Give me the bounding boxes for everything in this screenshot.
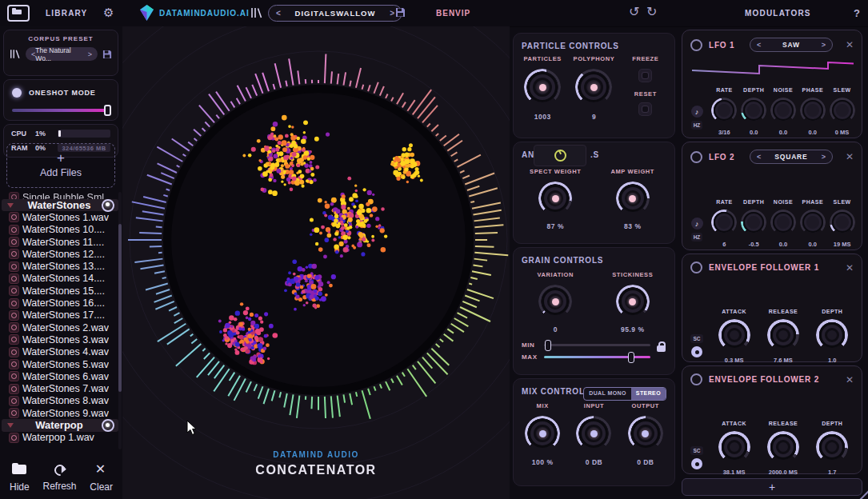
list-item[interactable]: Waterpop 1.wav	[2, 432, 118, 444]
list-item[interactable]: WaterStones 3.wav	[2, 333, 118, 345]
tempo-sync-button[interactable]: ♪	[691, 218, 703, 230]
ef1-attack-knob[interactable]	[718, 319, 750, 351]
list-item[interactable]: Waterpop	[2, 419, 118, 431]
wave-prev-icon[interactable]: <	[757, 41, 761, 49]
group-radio[interactable]	[102, 419, 114, 432]
oneshot-toggle[interactable]	[12, 88, 22, 98]
scrollbar-thumb[interactable]	[118, 224, 122, 392]
list-item[interactable]: WaterStones 12....	[2, 248, 118, 260]
list-item[interactable]: WaterStones 15....	[2, 285, 118, 297]
help-button[interactable]: ?	[854, 7, 860, 19]
undo-icon[interactable]: ↺	[629, 4, 639, 19]
list-item[interactable]: WaterStones 16....	[2, 297, 118, 309]
input-knob[interactable]	[576, 416, 611, 451]
freeze-button[interactable]	[638, 69, 652, 82]
mode-dual-mono[interactable]: DUAL MONO	[584, 388, 631, 400]
preset-next-icon[interactable]: >	[390, 9, 394, 18]
wave-next-icon[interactable]: >	[822, 41, 826, 49]
lfo1-enable-toggle[interactable]	[690, 39, 702, 51]
tempo-sync-button[interactable]: ♪	[691, 106, 703, 118]
collapse-arrow-icon[interactable]	[7, 423, 14, 428]
list-item[interactable]: WaterStones 8.wav	[2, 395, 118, 407]
corpus-library-icon[interactable]	[10, 49, 21, 59]
reset-button[interactable]	[638, 102, 652, 116]
oneshot-slider[interactable]	[12, 109, 110, 112]
list-item[interactable]: WaterStones 14....	[2, 273, 118, 285]
input-source-button[interactable]	[691, 346, 702, 357]
add-files-button[interactable]: + Add Files	[6, 143, 115, 188]
mix-knob[interactable]	[525, 416, 560, 451]
particles-knob[interactable]	[524, 69, 561, 106]
file-list[interactable]: Single Bubble Sml... WaterStones WaterSt…	[2, 192, 118, 449]
min-slider[interactable]	[544, 344, 650, 346]
lfo2-enable-toggle[interactable]	[690, 151, 702, 163]
mode-stereo[interactable]: STEREO	[631, 388, 666, 400]
wave-next-icon[interactable]: >	[822, 153, 826, 161]
polyphony-knob[interactable]	[575, 69, 612, 106]
ef2-attack-knob[interactable]	[718, 431, 750, 463]
lock-icon[interactable]	[657, 345, 666, 352]
footer-button[interactable]: Hide	[10, 456, 30, 499]
max-slider-handle[interactable]	[628, 352, 634, 363]
lfo1-noise-knob[interactable]	[770, 98, 796, 123]
list-item[interactable]: WaterStones 5.wav	[2, 358, 118, 370]
ef1-release-knob[interactable]	[767, 319, 799, 351]
group-radio[interactable]	[102, 199, 114, 212]
browser-toggle-button[interactable]	[7, 5, 30, 22]
list-item[interactable]: WaterStones	[2, 199, 118, 211]
sidechain-button[interactable]: SC	[690, 446, 702, 455]
ef1-depth-knob[interactable]	[816, 319, 848, 351]
variation-knob[interactable]	[538, 285, 572, 318]
ef1-close-icon[interactable]: ✕	[846, 262, 854, 273]
lfo1-depth-knob[interactable]	[741, 98, 766, 123]
list-item[interactable]: WaterStones 2.wav	[2, 321, 118, 333]
input-source-button[interactable]	[691, 458, 702, 469]
ef2-enable-toggle[interactable]	[690, 373, 702, 385]
list-item[interactable]: WaterStones 7.wav	[2, 382, 118, 394]
corpus-preset-selector[interactable]: < The Natural Wo... >	[26, 47, 98, 61]
list-item[interactable]: WaterStones 6.wav	[2, 370, 118, 382]
amp-weight-knob[interactable]	[616, 182, 650, 215]
list-item[interactable]: WaterStones 13....	[2, 260, 118, 272]
ef2-close-icon[interactable]: ✕	[846, 374, 854, 385]
lfo1-close-icon[interactable]: ✕	[846, 39, 854, 50]
stereo-mode-toggle[interactable]: DUAL MONO STEREO	[583, 387, 666, 401]
hz-mode-button[interactable]: HZ	[691, 233, 703, 242]
lfo2-slew-knob[interactable]	[830, 210, 855, 235]
corpus-visualization[interactable]	[122, 26, 510, 499]
list-item[interactable]: WaterStones 11....	[2, 236, 118, 248]
list-item[interactable]: WaterStones 4.wav	[2, 346, 118, 358]
min-slider-handle[interactable]	[545, 340, 551, 351]
settings-gear-icon[interactable]: ⚙	[103, 6, 114, 18]
save-preset-icon[interactable]	[395, 7, 406, 18]
file-list-scrollbar[interactable]	[118, 192, 122, 449]
lfo1-phase-knob[interactable]	[800, 98, 826, 123]
lfo2-noise-knob[interactable]	[770, 210, 796, 235]
output-knob[interactable]	[628, 416, 663, 451]
ef1-enable-toggle[interactable]	[690, 261, 702, 273]
wave-prev-icon[interactable]: <	[757, 153, 761, 161]
lfo2-rate-knob[interactable]	[711, 210, 737, 235]
lfo2-phase-knob[interactable]	[800, 210, 826, 235]
ef2-release-knob[interactable]	[767, 431, 799, 463]
list-item[interactable]: WaterStones 1.wav	[2, 211, 118, 223]
user-badge[interactable]: BENVIP	[436, 9, 470, 18]
max-slider[interactable]	[544, 356, 650, 358]
preset-library-icon[interactable]	[250, 7, 263, 18]
oneshot-slider-handle[interactable]	[104, 105, 111, 116]
lfo2-wave-selector[interactable]: < SQUARE >	[750, 150, 833, 164]
modulators-button[interactable]: MODULATORS	[745, 9, 811, 18]
spect-weight-knob[interactable]	[538, 182, 572, 215]
corpus-save-icon[interactable]	[102, 50, 112, 59]
preset-selector[interactable]: < DIGITALSWALLOW >	[268, 5, 402, 22]
ef2-depth-knob[interactable]	[816, 431, 848, 463]
lfo1-wave-selector[interactable]: < SAW >	[750, 38, 833, 52]
lfo2-depth-knob[interactable]	[741, 210, 766, 235]
library-button[interactable]: LIBRARY	[46, 9, 87, 18]
corpus-next-icon[interactable]: >	[88, 50, 92, 58]
sidechain-button[interactable]: SC	[690, 334, 702, 343]
stickiness-knob[interactable]	[616, 285, 650, 318]
list-item[interactable]: WaterStones 9.wav	[2, 407, 118, 419]
footer-button[interactable]: Clear	[90, 456, 113, 499]
footer-button[interactable]: Refresh	[42, 456, 76, 499]
